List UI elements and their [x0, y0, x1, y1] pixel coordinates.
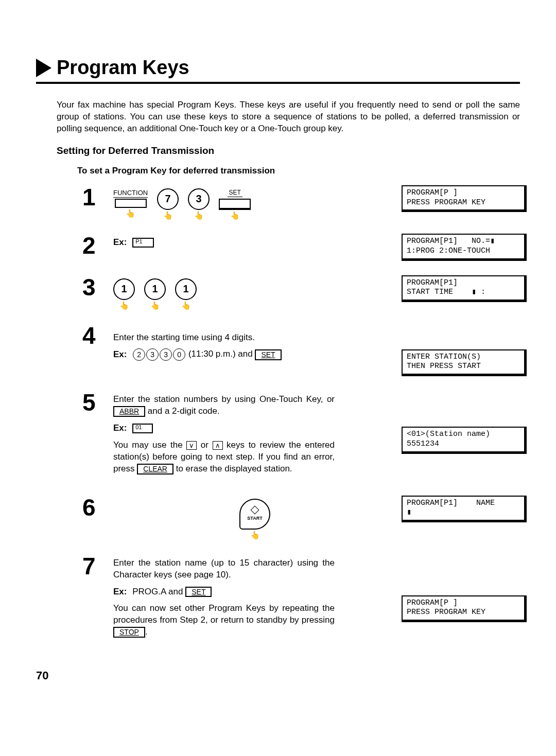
set-key: SET 👆	[219, 188, 251, 219]
digit-3-key: 3 👆	[188, 188, 210, 219]
up-arrow-key: ∧	[213, 441, 223, 450]
digit-1-key: 1 👆	[175, 278, 197, 309]
digit-1-key: 1 👆	[144, 278, 166, 309]
step5-text-a: Enter the station numbers by using One-T…	[113, 394, 335, 404]
press-icon: 👆	[230, 212, 240, 219]
arrow-icon	[36, 59, 51, 77]
section-heading: Setting for Deferred Transmission	[57, 145, 520, 156]
press-icon: 👆	[181, 302, 191, 309]
step-number: 2	[82, 234, 113, 257]
stop-key: STOP	[113, 627, 145, 638]
step-3: 3 1 👆 1 👆 1 👆	[82, 275, 520, 309]
step-number: 3	[82, 275, 113, 299]
example-label: Ex:	[113, 349, 127, 359]
example-label: Ex:	[113, 587, 127, 596]
clear-key: CLEAR	[137, 464, 173, 474]
lcd-display: PROGRAM[P1] NAME ▮	[402, 496, 527, 523]
step4-text: Enter the starting time using 4 digits.	[113, 332, 335, 344]
title-bar: Program Keys	[36, 57, 520, 84]
press-icon: 👆	[119, 302, 129, 309]
digit-1-key: 1 👆	[113, 278, 135, 309]
p1-key: P1	[132, 238, 153, 248]
sub-heading: To set a Program Key for deferred transm…	[77, 166, 520, 176]
set-key: SET	[255, 349, 281, 360]
step-5: 5 Enter the station numbers by using One…	[82, 391, 520, 480]
digit-3-key: 3	[160, 348, 172, 361]
step-number: 1	[82, 185, 113, 209]
example-label: Ex:	[113, 423, 127, 433]
down-arrow-key: ∨	[186, 441, 197, 450]
lcd-display: <01>(Station name) 5551234	[402, 427, 527, 454]
digit-3-key: 3	[146, 348, 159, 361]
step5-text-b: and a 2-digit code.	[145, 406, 220, 416]
time-note: (11:30 p.m.) and	[186, 349, 255, 359]
set-key: SET	[185, 587, 212, 597]
lcd-display: PROGRAM[P ] PRESS PROGRAM KEY	[402, 185, 527, 213]
digit-7-key: 7 👆	[157, 188, 179, 219]
press-icon: 👆	[163, 212, 173, 219]
page-title: Program Keys	[57, 57, 189, 79]
step-4: 4 Enter the starting time using 4 digits…	[82, 324, 520, 377]
start-key: START 👆	[113, 499, 396, 539]
step7-text1: Enter the station name (up to 15 charact…	[113, 557, 335, 581]
page-number: 70	[36, 669, 520, 682]
lcd-display: PROGRAM[P1] NO.=▮ 1:PROG 2:ONE-TOUCH	[402, 234, 527, 261]
step-7: 7 Enter the station name (up to 15 chara…	[82, 554, 520, 644]
example-label: Ex:	[113, 237, 127, 247]
press-icon: 👆	[126, 209, 135, 217]
lcd-display: PROGRAM[P ] PRESS PROGRAM KEY	[402, 595, 527, 623]
press-icon: 👆	[250, 531, 260, 539]
diamond-icon	[251, 505, 259, 514]
station-01-key: 01	[132, 424, 153, 433]
step-number: 4	[82, 324, 113, 347]
press-icon: 👆	[194, 212, 204, 219]
step-number: 6	[82, 496, 113, 519]
step-number: 7	[82, 554, 113, 578]
step-2: 2 Ex: P1 PROGRAM[P1] NO.=▮ 1:PROG 2:ONE-…	[82, 234, 520, 261]
function-label: FUNCTION	[113, 188, 148, 198]
intro-paragraph: Your fax machine has special Program Key…	[57, 99, 520, 135]
step-number: 5	[82, 391, 113, 414]
lcd-display: PROGRAM[P1] START TIME ▮ :	[402, 275, 527, 303]
step-6: 6 START 👆 PROGRAM[P1] NAME ▮	[82, 496, 520, 539]
digit-0-key: 0	[173, 348, 185, 361]
press-icon: 👆	[150, 302, 160, 309]
step-1: 1 FUNCTION 👆 7 👆 3 👆	[82, 185, 520, 219]
function-key: FUNCTION 👆	[113, 188, 148, 218]
digit-2-key: 2	[133, 348, 145, 361]
abbr-key: ABBR	[113, 406, 145, 417]
lcd-display: ENTER STATION(S) THEN PRESS START	[402, 349, 527, 377]
